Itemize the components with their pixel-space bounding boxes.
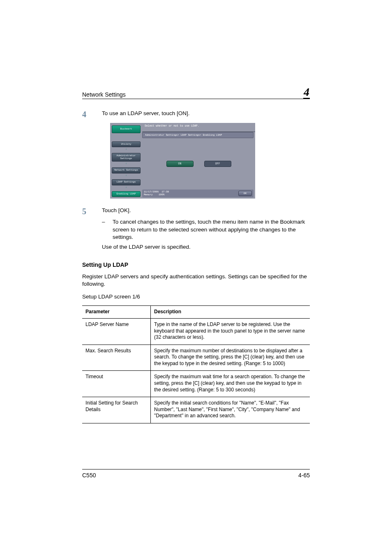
down-arrow-icon: ↓ (112, 174, 141, 177)
td-desc: Type in the name of the LDAP server to b… (151, 318, 310, 345)
device-top-message: Select whether or not to use LDAP. (142, 123, 255, 132)
device-main: Select whether or not to use LDAP. Admin… (142, 123, 255, 199)
device-datetime: 11/17/2006 17:38 Memory 100% (144, 191, 169, 196)
th-description: Description (151, 305, 310, 318)
td-param: Max. Search Results (82, 345, 151, 371)
parameter-table: Parameter Description LDAP Server Name T… (82, 305, 310, 423)
chapter-number: 4 (303, 86, 310, 99)
header-title: Network Settings (82, 91, 126, 98)
device-status-bar: 11/17/2006 17:38 Memory 100% OK (142, 190, 254, 197)
down-arrow-icon: ↓ (112, 186, 141, 189)
down-arrow-icon: ↓ (112, 148, 141, 150)
section-heading: Setting Up LDAP (82, 261, 310, 268)
sidebar-item-network[interactable]: Network Settings (112, 167, 141, 173)
ok-button[interactable]: OK (238, 191, 252, 196)
device-breadcrumb: Administrator Settings> LDAP Settings> E… (142, 132, 254, 138)
sidebar-item-admin[interactable]: Administrator Settings (112, 153, 141, 162)
step-5-text: Touch [OK]. (102, 207, 131, 213)
td-param: LDAP Server Name (82, 318, 151, 345)
step-5-subitem: – To cancel changes to the settings, tou… (102, 218, 310, 241)
td-param: Initial Setting for Search Details (82, 397, 151, 423)
page-header: Network Settings 4 (82, 86, 310, 99)
step-5-sub-text: To cancel changes to the settings, touch… (113, 218, 310, 241)
table-row: Initial Setting for Search Details Speci… (82, 397, 310, 423)
table-row: Max. Search Results Specify the maximum … (82, 345, 310, 371)
step-4-text: To use an LDAP server, touch [ON]. (102, 110, 190, 116)
table-header-row: Parameter Description (82, 305, 310, 318)
footer-model: C550 (82, 472, 96, 479)
sidebar-item-enabling-ldap[interactable]: Enabling LDAP (112, 191, 141, 197)
step-5-result: Use of the LDAP server is specified. (102, 243, 310, 251)
bookmark-button[interactable]: Bookmark (112, 125, 141, 133)
device-memory-value: 100% (159, 193, 164, 196)
step-5-body: Touch [OK]. – To cancel changes to the s… (102, 207, 310, 251)
page: Network Settings 4 4 To use an LDAP serv… (0, 0, 392, 555)
step-5: 5 Touch [OK]. – To cancel changes to the… (82, 207, 310, 251)
section-text-2: Setup LDAP screen 1/6 (82, 293, 310, 301)
table-row: LDAP Server Name Type in the name of the… (82, 318, 310, 345)
step-number: 4 (82, 110, 102, 119)
td-desc: Specify the maximum wait time for a sear… (151, 371, 310, 397)
option-on-button[interactable]: ON (166, 161, 194, 167)
down-arrow-icon: ↓ (112, 162, 141, 165)
td-desc: Specify the maximum number of destinatio… (151, 345, 310, 371)
dash-bullet: – (102, 218, 113, 241)
page-footer: C550 4-65 (82, 469, 310, 479)
device-options: ON OFF (142, 138, 255, 190)
footer-page-number: 4-65 (298, 472, 310, 479)
step-4: 4 To use an LDAP server, touch [ON]. (82, 110, 310, 119)
step-4-body: To use an LDAP server, touch [ON]. (102, 110, 310, 117)
device-screenshot: Bookmark Utility ↓ Administrator Setting… (110, 123, 255, 199)
section-text-1: Register LDAP servers and specify authen… (82, 273, 310, 288)
td-param: Timeout (82, 371, 151, 397)
device-memory-label: Memory (144, 193, 153, 196)
td-desc: Specify the initial search conditions fo… (151, 397, 310, 423)
table-row: Timeout Specify the maximum wait time fo… (82, 371, 310, 397)
sidebar-item-ldap[interactable]: LDAP Settings (112, 179, 141, 185)
step-number: 5 (82, 207, 102, 216)
sidebar-item-utility[interactable]: Utility (112, 141, 141, 148)
option-off-button[interactable]: OFF (204, 161, 231, 167)
th-parameter: Parameter (82, 305, 151, 318)
device-sidebar: Bookmark Utility ↓ Administrator Setting… (110, 123, 142, 199)
